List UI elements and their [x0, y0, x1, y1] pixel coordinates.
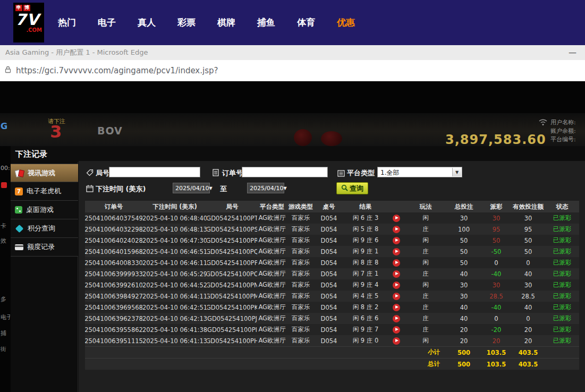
play-video-icon[interactable]: [393, 226, 400, 233]
status-cell: 已派彩: [545, 212, 579, 224]
round-cell: GD054254100PK: [207, 302, 257, 313]
game-cell: 百家乐: [287, 212, 315, 224]
time-cell: 2025-04-10 06:48:40: [142, 212, 207, 224]
sidebar-item[interactable]: 积分查询: [11, 219, 78, 238]
sidebar-item[interactable]: 桌面游戏: [11, 201, 78, 219]
logo-text: 7V: [15, 12, 42, 28]
date-from-select[interactable]: 2025/04/10 ▼: [173, 183, 210, 193]
play-video-icon[interactable]: [393, 259, 400, 267]
wifi-icon: [539, 118, 547, 128]
column-header: 玩法: [405, 201, 446, 212]
table-row: 2504100639849272025-04-10 06:44:11GD0542…: [85, 291, 579, 302]
play-video-cell: [388, 212, 405, 224]
column-header: 结果: [343, 201, 388, 212]
column-header: 桌号: [315, 201, 343, 212]
play-video-icon[interactable]: [393, 293, 400, 300]
column-header: 订单号: [85, 201, 142, 212]
account-label: 账户余额:: [550, 127, 576, 135]
bet-cell: 40: [446, 268, 481, 279]
play-type-cell: 庄: [405, 324, 446, 335]
countdown-number: 3: [50, 122, 62, 142]
play-video-icon[interactable]: [393, 215, 400, 222]
bet-cell: 40: [446, 313, 481, 324]
address-bar: https://gci.7vvvvvv.com/agingame/pcv1/in…: [0, 60, 585, 81]
minimize-button[interactable]: —: [569, 45, 576, 60]
status-cell: 已派彩: [545, 257, 579, 268]
nav-item[interactable]: 真人: [138, 16, 156, 29]
left-fragment-text: 卡: [1, 222, 6, 230]
play-type-cell: 闲: [405, 257, 446, 268]
valid-bet-cell: 28.5: [511, 291, 545, 302]
column-header: [388, 201, 405, 212]
game-cell: 百家乐: [287, 257, 315, 268]
summary-payout: 103.5: [481, 347, 511, 358]
status-cell: 已派彩: [545, 291, 579, 302]
bet-cell: 40: [446, 302, 481, 313]
platform-cell: AG欧洲厅: [257, 235, 287, 246]
sidebar-item[interactable]: 电子老虎机: [11, 182, 78, 201]
table-no-cell: D054: [315, 212, 343, 224]
search-button[interactable]: 查询: [336, 182, 368, 194]
nav-item[interactable]: 彩票: [177, 16, 196, 29]
play-video-icon[interactable]: [393, 237, 400, 244]
play-video-icon[interactable]: [393, 270, 400, 278]
dice-icon: [15, 206, 22, 214]
valid-bet-cell: 50: [511, 246, 545, 257]
status-cell: 已派彩: [545, 235, 579, 246]
tag-icon: [86, 168, 94, 178]
cards-icon: [15, 169, 24, 177]
nav-item[interactable]: 电子: [98, 16, 116, 29]
bet-cell: 50: [446, 235, 481, 246]
play-video-icon[interactable]: [393, 326, 400, 334]
play-video-icon[interactable]: [393, 248, 400, 255]
column-header: 总投注: [446, 201, 481, 212]
play-video-icon[interactable]: [393, 337, 400, 345]
play-video-icon[interactable]: [393, 304, 400, 311]
list-icon: [337, 169, 345, 179]
left-fragment-text: 街: [1, 345, 6, 353]
sidebar-item-label: 额度记录: [27, 242, 55, 252]
background-brand-text: BOV: [97, 125, 123, 137]
sidebar-item-label: 桌面游戏: [26, 205, 54, 215]
result-cell: 闲 8 庄 2: [343, 302, 388, 313]
order-cell: 250410064008330: [85, 257, 142, 268]
chevron-down-icon: ▼: [283, 186, 286, 191]
nav-item[interactable]: 优惠: [337, 16, 355, 29]
nav-item[interactable]: 热门: [58, 16, 76, 29]
nav-item[interactable]: 捕鱼: [257, 16, 275, 29]
valid-bet-cell: 40: [511, 302, 545, 313]
table-row: 2504100640083302025-04-10 06:46:11GD0542…: [85, 257, 579, 268]
play-video-cell: [388, 246, 405, 257]
play-video-icon[interactable]: [393, 282, 400, 289]
valid-bet-cell: 20: [511, 324, 545, 335]
sidebar-item[interactable]: 视讯游戏: [11, 164, 78, 182]
order-input[interactable]: [242, 167, 328, 177]
play-video-cell: [388, 279, 405, 291]
roulette-wheel-fragment: [294, 129, 312, 146]
time-cell: 2025-04-10 06:42:13: [142, 313, 207, 324]
account-label: 用户名称:: [550, 118, 576, 126]
valid-bet-cell: 50: [511, 235, 545, 246]
nav-item[interactable]: 棋牌: [217, 16, 235, 29]
window-title: Asia Gaming - 用户配置 1 - Microsoft Edge: [5, 48, 148, 57]
calendar-icon: [86, 184, 94, 194]
table-no-cell: D054: [315, 302, 343, 313]
date-to-select[interactable]: 2025/04/10 ▼: [247, 183, 284, 193]
result-cell: 闲 9 庄 0: [343, 335, 388, 346]
nav-item[interactable]: 体育: [297, 16, 315, 29]
game-cell: 百家乐: [287, 302, 315, 313]
round-label: 局号: [96, 168, 109, 178]
platform-cell: AG欧洲厅: [257, 268, 287, 279]
sidebar-item[interactable]: 额度记录: [11, 238, 78, 257]
platform-select[interactable]: 1.全部 ▼: [377, 167, 462, 177]
round-input[interactable]: [109, 167, 200, 177]
play-video-icon[interactable]: [393, 315, 400, 322]
platform-cell: AG欧洲厅: [257, 279, 287, 291]
site-logo[interactable]: 申 博 7V .COM: [13, 3, 44, 42]
url-text[interactable]: https://gci.7vvvvvv.com/agingame/pcv1/in…: [16, 66, 218, 75]
result-cell: 闲 9 庄 7: [343, 324, 388, 335]
payout-cell: 30: [481, 279, 511, 291]
table-no-cell: D054: [315, 235, 343, 246]
left-fragment-text: G: [1, 121, 7, 131]
platform-cell: AG欧洲厅: [257, 224, 287, 235]
